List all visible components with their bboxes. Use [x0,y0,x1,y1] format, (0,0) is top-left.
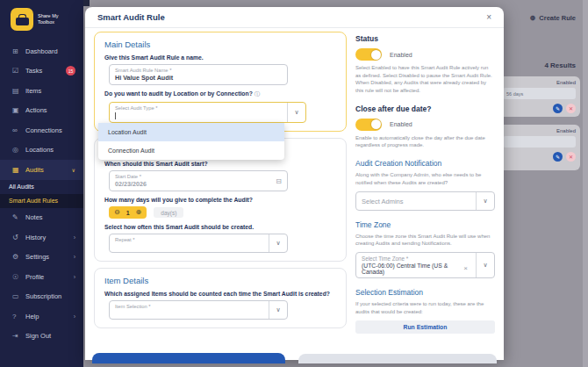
option-connection-audit[interactable]: Connection Audit [98,141,284,160]
sidebar-item-notes[interactable]: ✎ Notes [0,208,83,228]
sidebar-item-dashboard[interactable]: ⊞ Dashboard [0,41,83,61]
rule-name-input[interactable]: Smart Audit Rule Name * Hi Value Spot Au… [109,64,288,85]
repeat-question: Select how often this Smart Audit should… [104,224,336,230]
chevron-down-icon[interactable]: ∨ [269,234,287,252]
sidebar-item-sign-out[interactable]: ⇥ Sign Out [0,327,83,347]
sidebar-item-label: Locations [25,146,54,154]
status-heading: Status [355,34,495,43]
profile-icon: ☉ [12,273,25,281]
sign-out-icon: ⇥ [12,332,25,340]
sidebar-item-label: History [25,234,46,241]
subscription-icon: ▭ [12,292,25,300]
items-question: Which assigned Items should be counted e… [104,291,336,297]
close-due-toggle-label: Enabled [390,121,412,127]
rule-card[interactable]: Enabled ✎ ✕ [498,125,580,170]
delete-button[interactable]: ✕ [566,152,576,162]
chevron-down-icon[interactable]: ∨ [476,192,494,210]
edit-icon: ✎ [556,105,560,112]
chevron-right-icon: › [74,274,75,280]
chevron-down-icon[interactable]: ∨ [287,103,305,122]
tasks-count-badge: 15 [66,66,75,76]
chevron-down-icon[interactable]: ∨ [269,301,287,319]
sidebar-item-subscription[interactable]: ▭ Subscription [0,287,83,307]
sidebar-item-connections[interactable]: ∞ Connections [0,120,83,140]
locations-icon: ◎ [12,146,25,154]
save-button[interactable] [92,353,285,363]
page-scrollbar[interactable] [583,0,588,367]
audit-type-floating-label: Select Audit Type * [115,105,282,111]
main-details-heading: Main Details [104,40,336,49]
sidebar-item-label: Settings [25,253,49,261]
days-stepper: ⊖ 1 ⊕ [109,206,147,219]
option-location-audit[interactable]: Location Audit [98,123,284,141]
rule-card[interactable]: Enabled 56 days ✎ ✕ [498,76,580,117]
clear-icon[interactable]: × [463,264,470,272]
sidebar-item-label: Subscription [25,292,61,300]
sidebar-item-tasks[interactable]: ☑ Tasks 15 [0,61,83,82]
rule-name-value: Hi Value Spot Audit [115,74,282,82]
calendar-icon[interactable]: ⊟ [276,177,282,185]
estimation-heading: Selection Estimation [355,288,495,297]
run-estimation-button[interactable]: Run Estimation [355,320,495,334]
cancel-button[interactable] [298,354,497,363]
info-icon[interactable]: ⓘ [255,90,261,97]
connections-icon: ∞ [12,126,25,134]
sidebar-item-settings[interactable]: ⚙ Settings › [0,248,83,268]
timezone-help: Choose the time zone this Smart Audit Ru… [355,233,495,248]
estimation-help: If your selected criteria were to run to… [355,300,495,315]
select-admins[interactable]: Select Admins ∨ [355,191,495,211]
sidebar-item-items[interactable]: ▤ Items [0,81,83,101]
sidebar-item-audits[interactable]: ▦ Audits ∨ [0,160,83,180]
sidebar-item-all-audits[interactable]: All Audits [0,180,83,194]
chevron-right-icon: › [74,254,75,260]
repeat-floating-label: Repeat * [115,237,263,242]
sidebar-item-help[interactable]: ? Help › [0,306,83,327]
sidebar-item-label: Actions [25,106,47,114]
plus-icon[interactable]: ⊕ [136,209,142,216]
minus-icon[interactable]: ⊖ [114,209,120,216]
sidebar-item-history[interactable]: ↺ History › [0,227,83,248]
app-logo[interactable]: Share My Toolbox [0,0,83,31]
item-details-heading: Item Details [104,276,336,285]
sidebar-item-smart-audit-rules[interactable]: Smart Audit Rules [0,194,83,208]
timezone-value: (UTC-06:00) Central Time (US & Canada) [362,263,463,275]
delete-icon: ✕ [569,105,573,112]
sidebar-item-label: Sign Out [25,332,51,340]
sidebar-item-label: Smart Audit Rules [9,198,58,204]
days-unit: day(s) [154,207,183,218]
help-icon: ? [12,313,25,320]
sidebar: Share My Toolbox ⊞ Dashboard ☑ Tasks 15 … [0,0,83,367]
notes-icon: ✎ [12,213,25,221]
chevron-down-icon[interactable]: ∨ [476,253,494,277]
edit-icon: ✎ [556,154,560,160]
create-rule-button[interactable]: ⊕ Create Rule [530,14,576,22]
start-date-input[interactable]: Start Date * 02/23/2026 ⊟ [109,170,288,191]
repeat-select[interactable]: Repeat * ∨ [109,234,288,253]
modal-title: Smart Audit Rule [97,12,165,22]
chevron-down-icon: ∨ [72,167,75,173]
item-selection-select[interactable]: Item Selection * ∨ [109,300,288,320]
delete-button[interactable]: ✕ [566,104,576,113]
start-date-value: 02/23/2026 [115,180,276,188]
status-toggle[interactable] [355,48,382,61]
audit-type-select[interactable]: Select Audit Type * ∨ [109,102,306,123]
timezone-select[interactable]: Select Time Zone * (UTC-06:00) Central T… [355,252,495,278]
item-details-panel: Item Details Which assigned Items should… [94,268,347,328]
close-due-help: Enable to automatically close the day af… [355,134,495,149]
sidebar-item-label: Audits [25,166,44,174]
days-value: 1 [126,210,130,216]
rule-status-badge: Enabled [503,80,576,85]
edit-button[interactable]: ✎ [553,152,563,162]
sidebar-item-label: Profile [25,273,44,281]
edit-button[interactable]: ✎ [553,104,563,113]
name-question: Give this Smart Audit Rule a name. [104,54,336,61]
type-question: Do you want to audit by Location or by C… [104,90,336,98]
close-due-toggle[interactable] [355,119,382,131]
sidebar-item-label: Tasks [25,67,42,75]
sidebar-item-locations[interactable]: ◎ Locations [0,140,83,161]
sidebar-item-actions[interactable]: ▣ Actions [0,101,83,121]
close-icon[interactable]: × [486,12,491,22]
start-date-floating-label: Start Date * [115,174,276,179]
sidebar-item-profile[interactable]: ☉ Profile › [0,267,83,287]
sidebar-item-label: All Audits [9,184,34,190]
